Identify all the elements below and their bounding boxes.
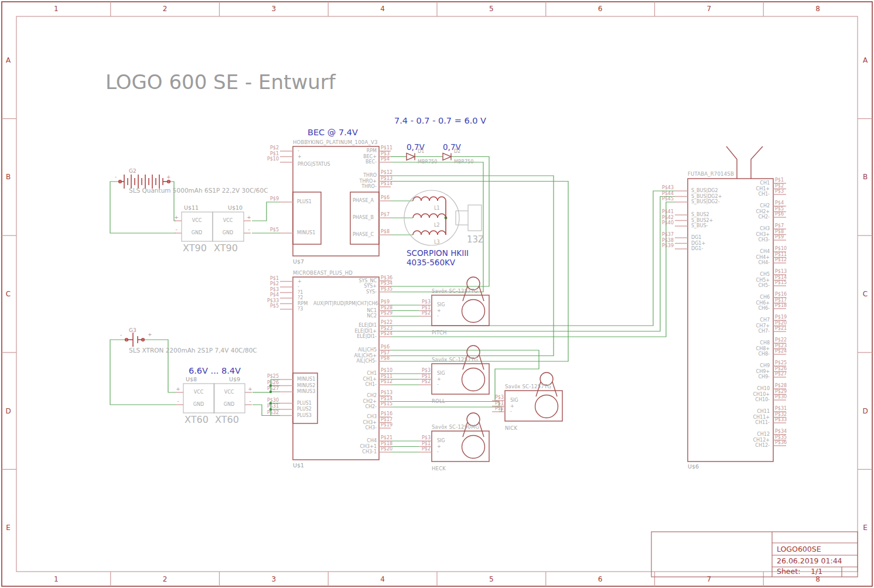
coil-l3 (413, 231, 446, 235)
servo-nick[interactable] (505, 372, 562, 421)
pinion-symbol (468, 205, 482, 231)
antenna-right-icon (751, 146, 763, 179)
battery-g2[interactable] (119, 175, 170, 189)
motor-component[interactable] (404, 190, 482, 245)
esc-body[interactable] (293, 146, 379, 256)
schematic-sheet: LOGO 600 SE - Entwurf 7.4 - 0.7 - 0.7 = … (0, 0, 874, 588)
servo-pitch[interactable] (432, 277, 489, 326)
schematic-canvas (0, 0, 874, 588)
diode-d2[interactable] (443, 153, 451, 160)
coil-l2 (413, 214, 446, 218)
battery-g3[interactable] (125, 333, 145, 347)
antenna-left-icon (726, 146, 737, 179)
servo-heck[interactable] (432, 413, 489, 461)
microbeast-component[interactable] (293, 277, 379, 460)
column-ticks (111, 2, 764, 586)
receiver-body[interactable] (688, 179, 773, 461)
sheet-frame (2, 2, 872, 586)
connector-body[interactable] (214, 384, 245, 413)
row-ticks (2, 119, 872, 470)
connector-body[interactable] (183, 384, 214, 413)
coil-l1 (413, 197, 446, 201)
diode-d1[interactable] (407, 153, 415, 160)
title-block (651, 532, 858, 577)
receiver-component[interactable] (688, 146, 773, 461)
wires[interactable] (110, 157, 675, 453)
microbeast-body[interactable] (293, 277, 379, 460)
servo-roll[interactable] (432, 346, 489, 394)
esc-component[interactable] (293, 146, 379, 256)
connector-body[interactable] (213, 212, 244, 241)
connector-body[interactable] (182, 212, 213, 241)
